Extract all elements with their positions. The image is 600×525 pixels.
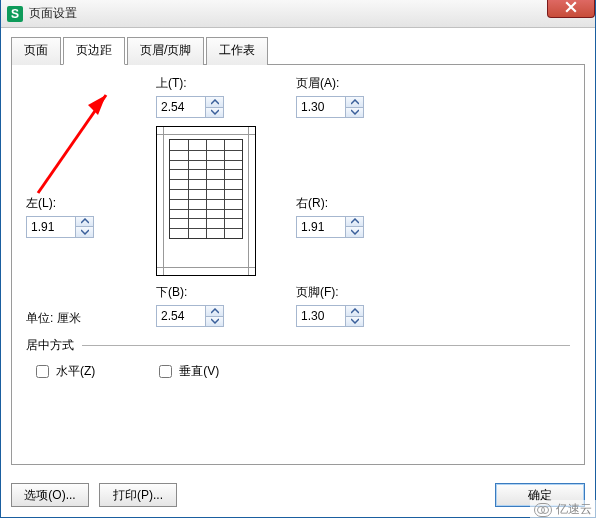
chevron-down-icon bbox=[81, 229, 89, 235]
field-right: 右(R): bbox=[296, 195, 426, 238]
spin-down-left[interactable] bbox=[76, 226, 93, 237]
spin-down-header[interactable] bbox=[346, 107, 363, 118]
check-vertical[interactable]: 垂直(V) bbox=[155, 362, 219, 381]
chevron-up-icon bbox=[81, 218, 89, 224]
options-button[interactable]: 选项(O)... bbox=[11, 483, 89, 507]
spin-up-right[interactable] bbox=[346, 217, 363, 227]
tab-page[interactable]: 页面 bbox=[11, 37, 61, 65]
tab-header-footer[interactable]: 页眉/页脚 bbox=[127, 37, 204, 65]
spinner-top[interactable] bbox=[156, 96, 224, 118]
watermark: 亿速云 bbox=[530, 500, 596, 518]
print-button[interactable]: 打印(P)... bbox=[99, 483, 177, 507]
label-left: 左(L): bbox=[26, 195, 146, 212]
chevron-down-icon bbox=[211, 109, 219, 115]
page-preview bbox=[156, 126, 256, 276]
close-icon bbox=[565, 1, 577, 13]
input-footer[interactable] bbox=[297, 306, 345, 326]
label-bottom: 下(B): bbox=[156, 284, 286, 301]
chevron-up-icon bbox=[351, 99, 359, 105]
field-bottom: 下(B): bbox=[156, 284, 286, 327]
close-button[interactable] bbox=[547, 0, 595, 18]
label-header: 页眉(A): bbox=[296, 75, 426, 92]
fieldset-center: 居中方式 水平(Z) 垂直(V) bbox=[26, 337, 570, 381]
input-top[interactable] bbox=[157, 97, 205, 117]
titlebar: S 页面设置 bbox=[1, 0, 595, 28]
field-footer: 页脚(F): bbox=[296, 284, 426, 327]
input-right[interactable] bbox=[297, 217, 345, 237]
watermark-text: 亿速云 bbox=[556, 501, 592, 518]
checkbox-vertical[interactable] bbox=[159, 365, 172, 378]
button-bar: 选项(O)... 打印(P)... 确定 bbox=[1, 475, 595, 517]
spin-down-top[interactable] bbox=[206, 107, 223, 118]
spin-up-left[interactable] bbox=[76, 217, 93, 227]
watermark-icon bbox=[534, 503, 552, 517]
spinner-bottom[interactable] bbox=[156, 305, 224, 327]
input-header[interactable] bbox=[297, 97, 345, 117]
legend-center: 居中方式 bbox=[26, 338, 80, 352]
spinner-header[interactable] bbox=[296, 96, 364, 118]
unit-row: 单位: 厘米 bbox=[26, 310, 146, 327]
unit-value: 厘米 bbox=[57, 311, 81, 325]
chevron-down-icon bbox=[351, 109, 359, 115]
tab-margins[interactable]: 页边距 bbox=[63, 37, 125, 65]
app-icon: S bbox=[7, 6, 23, 22]
tab-sheet[interactable]: 工作表 bbox=[206, 37, 268, 65]
chevron-up-icon bbox=[211, 308, 219, 314]
spin-up-bottom[interactable] bbox=[206, 306, 223, 316]
unit-label: 单位: bbox=[26, 311, 53, 325]
spin-down-right[interactable] bbox=[346, 226, 363, 237]
field-left: 左(L): bbox=[26, 195, 146, 238]
field-top: 上(T): bbox=[156, 75, 286, 118]
spin-up-top[interactable] bbox=[206, 97, 223, 107]
checkbox-horizontal[interactable] bbox=[36, 365, 49, 378]
input-left[interactable] bbox=[27, 217, 75, 237]
spin-down-bottom[interactable] bbox=[206, 316, 223, 327]
page-setup-dialog: S 页面设置 页面 页边距 页眉/页脚 工作表 上(T): bbox=[0, 0, 596, 518]
spin-up-header[interactable] bbox=[346, 97, 363, 107]
tabstrip: 页面 页边距 页眉/页脚 工作表 bbox=[11, 36, 585, 65]
spinner-left[interactable] bbox=[26, 216, 94, 238]
chevron-up-icon bbox=[211, 99, 219, 105]
spin-up-footer[interactable] bbox=[346, 306, 363, 316]
chevron-down-icon bbox=[351, 229, 359, 235]
chevron-down-icon bbox=[351, 318, 359, 324]
label-footer: 页脚(F): bbox=[296, 284, 426, 301]
check-horizontal[interactable]: 水平(Z) bbox=[32, 362, 95, 381]
spin-down-footer[interactable] bbox=[346, 316, 363, 327]
input-bottom[interactable] bbox=[157, 306, 205, 326]
spinner-right[interactable] bbox=[296, 216, 364, 238]
client-area: 页面 页边距 页眉/页脚 工作表 上(T): bbox=[1, 28, 595, 475]
chevron-up-icon bbox=[351, 218, 359, 224]
chevron-up-icon bbox=[351, 308, 359, 314]
spinner-footer[interactable] bbox=[296, 305, 364, 327]
label-right: 右(R): bbox=[296, 195, 426, 212]
field-header: 页眉(A): bbox=[296, 75, 426, 118]
chevron-down-icon bbox=[211, 318, 219, 324]
window-title: 页面设置 bbox=[29, 5, 77, 22]
check-horizontal-label: 水平(Z) bbox=[56, 363, 95, 380]
label-top: 上(T): bbox=[156, 75, 286, 92]
check-vertical-label: 垂直(V) bbox=[179, 363, 219, 380]
tab-panel-margins: 上(T): 页眉(A): bbox=[11, 65, 585, 465]
